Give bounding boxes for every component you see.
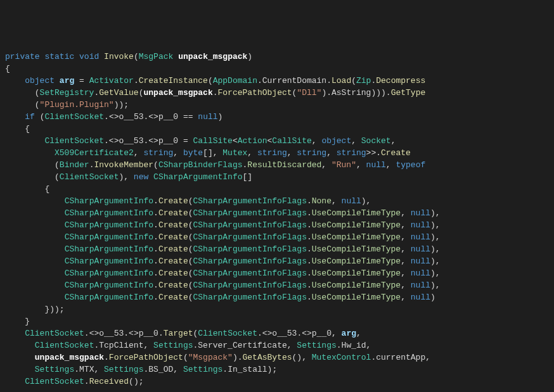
bsod: BS_OD — [148, 365, 173, 374]
kw-void: void — [79, 52, 99, 61]
mtx: MTX — [79, 365, 94, 374]
enum-use-9: UseCompileTimeType — [312, 293, 401, 302]
enum-use-2: UseCompileTimeType — [312, 208, 401, 218]
arg-t: arg — [342, 329, 356, 338]
enum-resultdiscarded: ResultDiscarded — [247, 160, 321, 170]
fn-create-6: Create — [158, 256, 188, 266]
str-dll: "Dll" — [297, 88, 321, 98]
type-mutex: Mutex — [222, 148, 247, 158]
fn-create-1: Create — [158, 196, 188, 206]
install: In_stall — [228, 365, 267, 374]
type-callsite: CallSite — [193, 136, 233, 146]
enum-use-3: UseCompileTimeType — [312, 220, 401, 230]
fn-load: Load — [332, 76, 351, 85]
csai-2: CSharpArgumentInfo — [65, 208, 153, 218]
type-zip: Zip — [356, 76, 371, 85]
fn-create-7: Create — [158, 269, 188, 278]
null-4: null — [411, 232, 430, 242]
fn-create-2: Create — [158, 208, 188, 218]
kw-object: object — [25, 76, 55, 85]
type-callsite2: CallSite — [272, 136, 311, 146]
field-p0b: <>p__0 — [148, 136, 178, 146]
null-8: null — [411, 281, 430, 290]
settings-3: Settings — [35, 365, 74, 374]
cs-target: ClientSocket — [25, 329, 84, 338]
null-9: null — [411, 293, 430, 302]
param-name: unpack_msgpack — [178, 52, 247, 61]
fn-gettype: GetType — [391, 88, 426, 98]
kw-byte: byte — [183, 148, 203, 158]
fpo-t: ForcePathObject — [109, 353, 183, 362]
kw-typeof: typeof — [396, 160, 425, 170]
type-socket: Socket — [361, 136, 391, 146]
null-3: null — [411, 220, 430, 230]
kw-object2: object — [321, 136, 351, 146]
enum-use-8: UseCompileTimeType — [312, 281, 401, 290]
unpack-t: unpack_msgpack — [35, 353, 104, 362]
kw-static: static — [44, 52, 74, 61]
fn-decompress: Decompress — [376, 76, 425, 85]
flags-8: CSharpArgumentInfoFlags — [193, 281, 307, 290]
flags-6: CSharpArgumentInfoFlags — [193, 256, 307, 266]
getasbytes: GetAsBytes — [243, 353, 292, 362]
kw-string2: string — [257, 148, 287, 158]
fn-createinstance: CreateInstance — [139, 76, 208, 85]
fn-getvalue: GetValue — [99, 88, 138, 98]
str-run: "Run" — [332, 160, 356, 170]
null-1: null — [342, 196, 361, 206]
tcpclient: TcpClient — [99, 341, 143, 350]
flags-5: CSharpArgumentInfoFlags — [193, 244, 307, 254]
fn-create-5: Create — [158, 244, 188, 254]
null-7: null — [411, 269, 430, 278]
servercert: Server_Certificate — [198, 341, 287, 350]
mutexcontrol: MutexControl — [312, 353, 371, 362]
csai-5: CSharpArgumentInfo — [65, 244, 153, 254]
null-2: null — [411, 208, 430, 218]
type-x509: X509Certificate2 — [55, 148, 134, 158]
null-6: null — [411, 256, 430, 266]
enum-none: None — [312, 196, 332, 206]
fn-forcepathobject: ForcePathObject — [218, 88, 292, 98]
flags-2: CSharpArgumentInfoFlags — [193, 208, 307, 218]
field-p0: <>p__0 — [148, 112, 178, 122]
kw-string3: string — [297, 148, 326, 158]
settings-2: Settings — [297, 341, 336, 350]
cs-recv: ClientSocket — [25, 377, 84, 386]
fn-received: Received — [89, 377, 129, 386]
csai-9: CSharpArgumentInfo — [65, 293, 153, 302]
csai-3: CSharpArgumentInfo — [65, 220, 153, 230]
kw-null2: null — [366, 160, 386, 170]
fn-create-8: Create — [158, 281, 188, 290]
prop-asstring: AsString — [332, 88, 371, 98]
type-clientsocket: ClientSocket — [44, 112, 104, 122]
fn-create-9: Create — [158, 293, 188, 302]
o53-t2: <>o__53 — [262, 329, 297, 338]
flags-7: CSharpArgumentInfoFlags — [193, 269, 307, 278]
csai-6: CSharpArgumentInfo — [65, 256, 153, 266]
type-csbf: CSharpBinderFlags — [158, 160, 243, 170]
fn-create: Create — [381, 148, 411, 158]
kw-null: null — [198, 112, 217, 122]
enum-use-7: UseCompileTimeType — [312, 269, 401, 278]
type-appdomain: AppDomain — [213, 76, 257, 85]
currentapp: currentApp — [376, 353, 425, 362]
param-unpack: unpack_msgpack — [143, 88, 212, 98]
flags-3: CSharpArgumentInfoFlags — [193, 220, 307, 230]
flags-4: CSharpArgumentInfoFlags — [193, 232, 307, 242]
kw-if: if — [25, 112, 35, 122]
method-name: Invoke — [104, 52, 134, 61]
fn-invokemember: InvokeMember — [94, 160, 153, 170]
csai-4: CSharpArgumentInfo — [65, 232, 153, 242]
type-csai: CSharpArgumentInfo — [153, 172, 242, 182]
flags-9: CSharpArgumentInfoFlags — [193, 293, 307, 302]
kw-string4: string — [337, 148, 366, 158]
str-msgpack: "Msgpack" — [188, 353, 233, 362]
csai-8: CSharpArgumentInfo — [65, 281, 153, 290]
csai-1: CSharpArgumentInfo — [65, 196, 153, 206]
kw-private: private — [5, 52, 40, 61]
type-setregistry: SetRegistry — [40, 88, 94, 98]
cs-target3: ClientSocket — [35, 341, 94, 350]
str-plugin: "Plugin.Plugin" — [40, 100, 114, 110]
settings-5: Settings — [183, 365, 222, 374]
kw-string: string — [143, 148, 173, 158]
